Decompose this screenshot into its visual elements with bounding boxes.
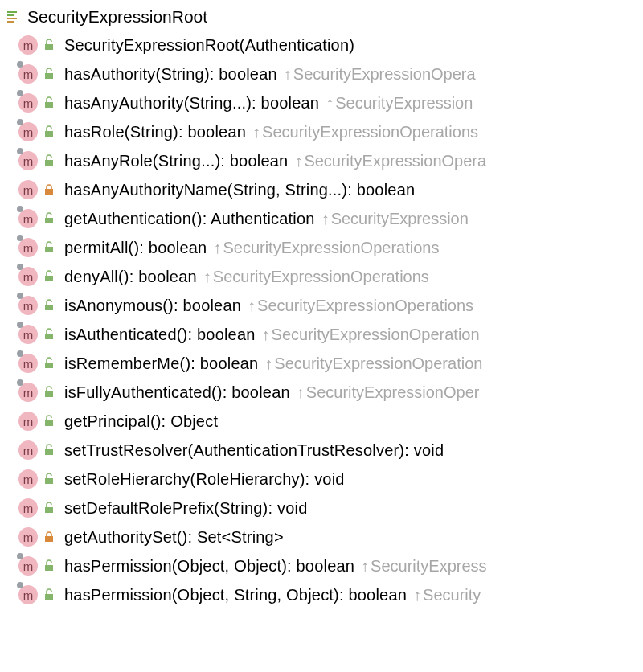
up-arrow-icon: ↑ (294, 152, 302, 170)
member-row[interactable]: mhasAuthority(String): boolean↑SecurityE… (3, 59, 643, 88)
method-signature: denyAll(): boolean (64, 268, 197, 286)
unlock-icon (42, 269, 56, 284)
member-row[interactable]: mSecurityExpressionRoot(Authentication) (3, 31, 643, 59)
up-arrow-icon: ↑ (361, 557, 369, 575)
inherited-from: ↑SecurityExpressionOperation (262, 326, 480, 344)
method-icon: m (18, 237, 39, 258)
unlock-icon (42, 125, 56, 139)
unlock-icon (42, 501, 56, 515)
member-row[interactable]: mhasAnyRole(String...): boolean↑Security… (3, 146, 643, 175)
method-signature: setDefaultRolePrefix(String): void (64, 499, 307, 518)
up-arrow-icon: ↑ (413, 586, 421, 604)
inherited-from: ↑SecurityExpressionOperation (264, 354, 482, 373)
up-arrow-icon: ↑ (248, 297, 256, 314)
member-row[interactable]: misFullyAuthenticated(): boolean↑Securit… (3, 378, 643, 407)
method-signature: hasRole(String): boolean (64, 123, 246, 141)
inherited-from: ↑SecurityExpressionOpera (284, 65, 476, 84)
class-icon (5, 8, 23, 26)
member-row[interactable]: msetTrustResolver(AuthenticationTrustRes… (3, 436, 643, 465)
method-signature: SecurityExpressionRoot(Authentication) (64, 36, 354, 55)
method-signature: isRememberMe(): boolean (64, 354, 258, 373)
method-icon: m (18, 64, 39, 84)
member-row[interactable]: mhasRole(String): boolean↑SecurityExpres… (3, 117, 643, 146)
member-row[interactable]: mgetAuthentication(): Authentication↑Sec… (3, 204, 643, 233)
up-arrow-icon: ↑ (284, 65, 292, 83)
member-row[interactable]: mdenyAll(): boolean↑SecurityExpressionOp… (3, 262, 643, 291)
inherited-from: ↑SecurityExpressionOperations (213, 239, 439, 257)
method-icon: m (18, 324, 39, 345)
method-icon: m (18, 527, 39, 547)
method-icon: m (18, 92, 39, 113)
method-icon: m (18, 440, 39, 461)
method-signature: hasAnyRole(String...): boolean (64, 152, 288, 170)
inherited-from: ↑SecurityExpressionOperations (203, 268, 429, 286)
up-arrow-icon: ↑ (213, 239, 221, 256)
inherited-from: ↑SecurityExpressionOper (297, 383, 480, 402)
member-row[interactable]: msetRoleHierarchy(RoleHierarchy): void (3, 465, 643, 494)
method-icon: m (18, 150, 39, 171)
up-arrow-icon: ↑ (326, 94, 334, 112)
up-arrow-icon: ↑ (322, 210, 330, 227)
method-signature: getPrincipal(): Object (64, 412, 218, 431)
method-signature: getAuthoritySet(): Set<String> (64, 528, 284, 547)
method-icon: m (18, 469, 39, 490)
member-row[interactable]: mpermitAll(): boolean↑SecurityExpression… (3, 233, 643, 262)
method-icon: m (18, 295, 39, 316)
member-row[interactable]: mhasPermission(Object, String, Object): … (3, 580, 643, 609)
member-row[interactable]: misAnonymous(): boolean↑SecurityExpressi… (3, 291, 643, 320)
structure-tree: SecurityExpressionRoot mSecurityExpressi… (0, 0, 643, 613)
method-signature: setRoleHierarchy(RoleHierarchy): void (64, 470, 345, 489)
member-row[interactable]: msetDefaultRolePrefix(String): void (3, 494, 643, 522)
method-icon: m (18, 584, 39, 605)
unlock-icon (42, 38, 56, 52)
unlock-icon (42, 443, 56, 457)
member-row[interactable]: mgetPrincipal(): Object (3, 407, 643, 436)
up-arrow-icon: ↑ (203, 268, 211, 285)
up-arrow-icon: ↑ (297, 383, 305, 401)
method-signature: permitAll(): boolean (64, 239, 207, 257)
member-row[interactable]: mhasPermission(Object, Object): boolean↑… (3, 551, 643, 580)
unlock-icon (42, 154, 56, 168)
up-arrow-icon: ↑ (252, 123, 260, 141)
unlock-icon (42, 356, 56, 371)
method-icon: m (18, 411, 39, 432)
member-row[interactable]: mhasAnyAuthority(String...): boolean↑Sec… (3, 88, 643, 117)
method-signature: getAuthentication(): Authentication (64, 210, 315, 228)
method-icon: m (18, 121, 39, 142)
unlock-icon (42, 588, 56, 602)
up-arrow-icon: ↑ (264, 354, 272, 372)
unlock-icon (42, 385, 56, 400)
method-signature: setTrustResolver(AuthenticationTrustReso… (64, 441, 444, 460)
method-icon: m (18, 208, 39, 229)
unlock-icon (42, 327, 56, 342)
inherited-from: ↑SecurityExpressionOperations (248, 297, 473, 315)
member-row[interactable]: misRememberMe(): boolean↑SecurityExpress… (3, 349, 643, 378)
method-signature: hasPermission(Object, Object): boolean (64, 557, 354, 576)
member-row[interactable]: mhasAnyAuthorityName(String, String...):… (3, 175, 643, 204)
member-list: mSecurityExpressionRoot(Authentication)m… (3, 31, 643, 609)
method-icon: m (18, 353, 39, 374)
method-signature: isAuthenticated(): boolean (64, 326, 256, 344)
method-signature: hasAnyAuthorityName(String, String...): … (64, 181, 415, 199)
unlock-icon (42, 67, 56, 81)
method-icon: m (18, 555, 39, 576)
class-name: SecurityExpressionRoot (27, 7, 207, 27)
method-signature: isFullyAuthenticated(): boolean (64, 383, 290, 402)
method-signature: hasAnyAuthority(String...): boolean (64, 94, 319, 113)
inherited-from: ↑Security (413, 586, 481, 604)
unlock-icon (42, 240, 56, 255)
method-icon: m (18, 382, 39, 403)
method-icon: m (18, 266, 39, 287)
class-row[interactable]: SecurityExpressionRoot (3, 3, 643, 31)
method-icon: m (18, 35, 39, 55)
member-row[interactable]: mgetAuthoritySet(): Set<String> (3, 522, 643, 551)
inherited-from: ↑SecurityExpressionOpera (294, 152, 486, 170)
unlock-icon (42, 414, 56, 428)
unlock-icon (42, 211, 56, 226)
member-row[interactable]: misAuthenticated(): boolean↑SecurityExpr… (3, 320, 643, 349)
method-icon: m (18, 498, 39, 518)
up-arrow-icon: ↑ (262, 326, 270, 343)
unlock-icon (42, 472, 56, 486)
method-signature: hasAuthority(String): boolean (64, 65, 277, 84)
method-icon: m (18, 179, 39, 200)
